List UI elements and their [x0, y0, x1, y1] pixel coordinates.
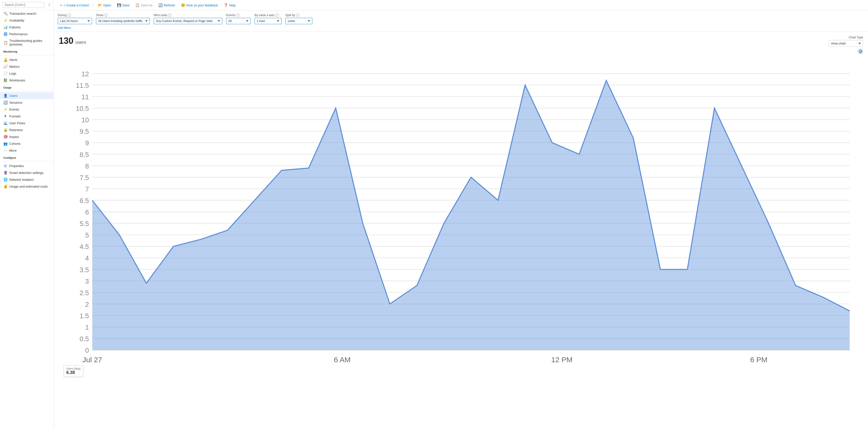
who-used-info-icon[interactable]: i: [168, 13, 172, 17]
sidebar-item-cohorts[interactable]: 👥 Cohorts: [0, 140, 54, 147]
sidebar-item-failures[interactable]: 📊 Failures: [0, 24, 54, 31]
by-value-select[interactable]: 1 hour 6 hours 12 hours 1 day: [255, 18, 281, 24]
events-label: Events: [9, 108, 19, 111]
sidebar-item-user-flows[interactable]: 🌊 User Flows: [0, 120, 54, 126]
events-filter-group: Events i All: [226, 13, 251, 24]
events-select[interactable]: All: [226, 18, 251, 24]
by-value-info-icon[interactable]: i: [275, 13, 279, 17]
search-input[interactable]: [2, 2, 44, 8]
create-cohort-button[interactable]: + + Create a Cohort: [58, 2, 91, 8]
sidebar-item-usage-costs[interactable]: 💰 Usage and estimated costs: [0, 183, 54, 190]
svg-text:Jul 27: Jul 27: [83, 356, 102, 364]
transaction-search-label: Transaction search: [9, 12, 36, 15]
svg-text:5: 5: [85, 231, 89, 239]
toolbar: + + Create a Cohort 📂 Open 💾 Save 📋 Save…: [54, 0, 868, 10]
sidebar-item-logs[interactable]: 📄 Logs: [0, 70, 54, 77]
svg-text:1.5: 1.5: [80, 312, 89, 320]
properties-icon: ⊟: [3, 164, 7, 168]
split-by-select[interactable]: unset: [285, 18, 312, 24]
sidebar-item-network-isolation[interactable]: 🌐 Network Isolation: [0, 176, 54, 183]
sidebar: 《 🔍 Transaction search ⚡ Availability 📊 …: [0, 0, 54, 428]
save-button[interactable]: 💾 Save: [115, 2, 132, 8]
split-by-info-icon[interactable]: i: [296, 13, 299, 17]
during-info-icon[interactable]: i: [67, 13, 71, 17]
sessions-icon: 🔄: [3, 101, 7, 104]
sidebar-item-metrics[interactable]: 📈 Metrics: [0, 63, 54, 70]
impact-label: Impact: [9, 135, 19, 139]
chart-area: 130 users Chart Type Area chart Bar char…: [54, 32, 868, 428]
metrics-icon: 📈: [3, 65, 7, 68]
events-info-icon[interactable]: i: [236, 13, 240, 17]
sidebar-item-availability[interactable]: ⚡ Availability: [0, 17, 54, 24]
filter-bar: During i Last 24 hours Last 1 hour Last …: [54, 10, 868, 32]
troubleshooting-icon: 📋: [3, 41, 7, 44]
powerbi-icon[interactable]: ⚙️: [858, 49, 863, 54]
sidebar-item-funnels[interactable]: ▼ Funnels: [0, 113, 54, 120]
svg-text:12 PM: 12 PM: [551, 356, 572, 364]
sidebar-item-transaction-search[interactable]: 🔍 Transaction search: [0, 10, 54, 17]
properties-label: Properties: [9, 164, 24, 168]
sidebar-item-smart-detection[interactable]: 🔮 Smart detection settings: [0, 169, 54, 176]
plus-icon: +: [60, 3, 62, 7]
sidebar-item-impact[interactable]: 🎯 Impact: [0, 133, 54, 140]
sidebar-item-performance[interactable]: 🌀 Performance: [0, 31, 54, 37]
svg-text:9.5: 9.5: [80, 128, 89, 135]
open-button[interactable]: 📂 Open: [95, 2, 114, 8]
tooltip-label: Users (Avg): [66, 367, 81, 370]
help-icon: ❓: [224, 3, 228, 7]
alerts-icon: 🔔: [3, 58, 7, 62]
svg-text:11: 11: [82, 93, 89, 101]
sidebar-item-events[interactable]: ⚡ Events: [0, 106, 54, 113]
sidebar-item-retention[interactable]: 🔒 Retention: [0, 126, 54, 133]
svg-text:9: 9: [85, 139, 89, 147]
svg-text:8.5: 8.5: [80, 151, 89, 159]
network-isolation-icon: 🌐: [3, 177, 7, 182]
help-button[interactable]: ❓ Help: [221, 2, 238, 8]
sidebar-item-alerts[interactable]: 🔔 Alerts: [0, 56, 54, 63]
sidebar-item-sessions[interactable]: 🔄 Sessions: [0, 99, 54, 106]
cohorts-icon: 👥: [3, 142, 7, 145]
save-as-button[interactable]: 📋 Save As: [133, 2, 155, 8]
sidebar-section-usage: Usage: [0, 84, 54, 90]
users-icon: 👤: [3, 94, 7, 98]
funnels-icon: ▼: [3, 114, 7, 118]
impact-icon: 🎯: [3, 135, 7, 139]
refresh-button[interactable]: 🔄 Refresh: [156, 2, 178, 8]
sidebar-item-more[interactable]: ··· More: [0, 147, 54, 154]
show-select[interactable]: All Users including synthetic traffic Au…: [96, 18, 150, 24]
during-select[interactable]: Last 24 hours Last 1 hour Last 6 hours L…: [58, 18, 92, 24]
who-used-label: Who used i: [154, 13, 222, 17]
during-label: During i: [58, 13, 92, 17]
save-icon: 💾: [117, 3, 121, 7]
svg-text:6.5: 6.5: [80, 197, 89, 204]
tooltip-value: 6.38: [66, 370, 81, 375]
svg-text:2: 2: [85, 301, 89, 308]
user-flows-icon: 🌊: [3, 121, 7, 125]
who-used-select[interactable]: Any Custom Events, Request or Page View …: [154, 18, 222, 24]
svg-text:0.5: 0.5: [80, 335, 89, 343]
during-filter-group: During i Last 24 hours Last 1 hour Last …: [58, 13, 92, 24]
smart-detection-icon: 🔮: [3, 171, 7, 175]
more-icon: ···: [3, 149, 7, 152]
show-info-icon[interactable]: i: [104, 13, 108, 17]
chart-container: ⚙️ 00.511.522.533.544.555.566.577.588.59…: [59, 49, 863, 384]
feedback-button[interactable]: 😊 Give us your feedback: [179, 2, 220, 8]
sidebar-item-properties[interactable]: ⊟ Properties: [0, 162, 54, 169]
chart-type-select[interactable]: Area chart Bar chart Line chart Scatter …: [829, 40, 863, 47]
sidebar-item-troubleshooting[interactable]: 📋 Troubleshooting guides (preview): [0, 37, 54, 48]
sidebar-item-workbooks[interactable]: 📗 Workbooks: [0, 77, 54, 84]
sidebar-item-users[interactable]: 👤 Users: [0, 92, 54, 99]
toolbar-separator-1: [93, 3, 94, 8]
refresh-icon: 🔄: [158, 3, 162, 7]
add-filters-link[interactable]: Add filters: [58, 26, 71, 30]
split-by-label: Split by i: [285, 13, 312, 17]
metrics-label: Metrics: [9, 65, 20, 68]
sidebar-divider: [0, 91, 54, 91]
chart-type-label: Chart Type: [849, 36, 863, 39]
retention-icon: 🔒: [3, 128, 7, 132]
more-label: More: [9, 149, 17, 152]
collapse-sidebar-button[interactable]: 《: [46, 2, 51, 8]
main-content: + + Create a Cohort 📂 Open 💾 Save 📋 Save…: [54, 0, 868, 428]
svg-text:11.5: 11.5: [76, 82, 89, 89]
sidebar-section-configure: Configure: [0, 154, 54, 160]
